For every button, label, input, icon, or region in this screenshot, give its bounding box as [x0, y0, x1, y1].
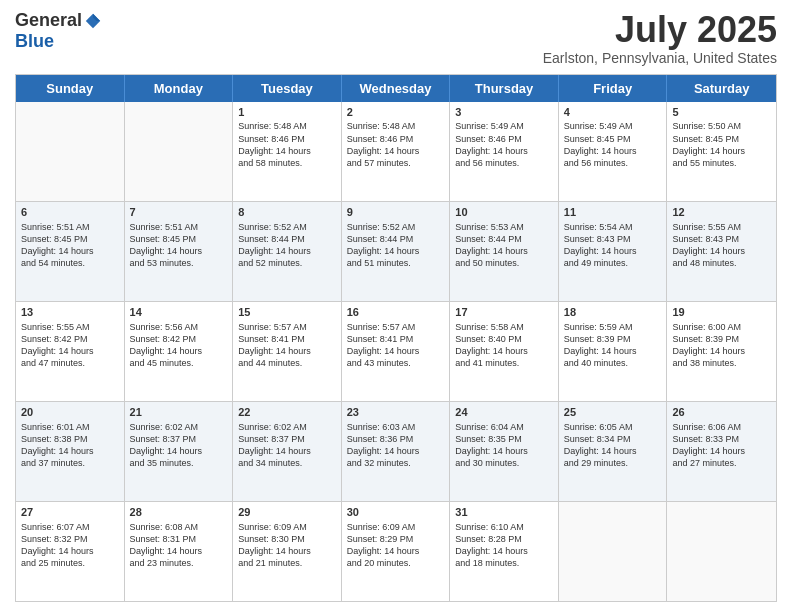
day-detail: Sunrise: 6:10 AM Sunset: 8:28 PM Dayligh…	[455, 521, 553, 570]
day-detail: Sunrise: 6:08 AM Sunset: 8:31 PM Dayligh…	[130, 521, 228, 570]
empty-cell	[125, 102, 234, 201]
day-number: 25	[564, 405, 662, 420]
weekday-header-wednesday: Wednesday	[342, 75, 451, 102]
day-detail: Sunrise: 5:53 AM Sunset: 8:44 PM Dayligh…	[455, 221, 553, 270]
day-cell-2: 2Sunrise: 5:48 AM Sunset: 8:46 PM Daylig…	[342, 102, 451, 201]
day-cell-24: 24Sunrise: 6:04 AM Sunset: 8:35 PM Dayli…	[450, 402, 559, 501]
day-detail: Sunrise: 6:01 AM Sunset: 8:38 PM Dayligh…	[21, 421, 119, 470]
calendar-row-4: 20Sunrise: 6:01 AM Sunset: 8:38 PM Dayli…	[16, 402, 776, 502]
day-number: 26	[672, 405, 771, 420]
calendar-row-2: 6Sunrise: 5:51 AM Sunset: 8:45 PM Daylig…	[16, 202, 776, 302]
weekday-header-sunday: Sunday	[16, 75, 125, 102]
day-detail: Sunrise: 6:02 AM Sunset: 8:37 PM Dayligh…	[130, 421, 228, 470]
day-number: 28	[130, 505, 228, 520]
day-detail: Sunrise: 6:09 AM Sunset: 8:29 PM Dayligh…	[347, 521, 445, 570]
day-cell-20: 20Sunrise: 6:01 AM Sunset: 8:38 PM Dayli…	[16, 402, 125, 501]
calendar: SundayMondayTuesdayWednesdayThursdayFrid…	[15, 74, 777, 602]
day-number: 23	[347, 405, 445, 420]
month-title: July 2025	[543, 10, 777, 50]
day-number: 31	[455, 505, 553, 520]
day-cell-19: 19Sunrise: 6:00 AM Sunset: 8:39 PM Dayli…	[667, 302, 776, 401]
header: General Blue July 2025 Earlston, Pennsyl…	[15, 10, 777, 66]
day-detail: Sunrise: 5:51 AM Sunset: 8:45 PM Dayligh…	[130, 221, 228, 270]
calendar-row-1: 1Sunrise: 5:48 AM Sunset: 8:46 PM Daylig…	[16, 102, 776, 202]
day-number: 21	[130, 405, 228, 420]
day-cell-6: 6Sunrise: 5:51 AM Sunset: 8:45 PM Daylig…	[16, 202, 125, 301]
day-number: 4	[564, 105, 662, 120]
weekday-header-tuesday: Tuesday	[233, 75, 342, 102]
day-number: 16	[347, 305, 445, 320]
calendar-header: SundayMondayTuesdayWednesdayThursdayFrid…	[16, 75, 776, 102]
calendar-row-3: 13Sunrise: 5:55 AM Sunset: 8:42 PM Dayli…	[16, 302, 776, 402]
day-detail: Sunrise: 5:50 AM Sunset: 8:45 PM Dayligh…	[672, 120, 771, 169]
day-detail: Sunrise: 6:06 AM Sunset: 8:33 PM Dayligh…	[672, 421, 771, 470]
day-cell-1: 1Sunrise: 5:48 AM Sunset: 8:46 PM Daylig…	[233, 102, 342, 201]
day-number: 29	[238, 505, 336, 520]
logo-icon	[84, 12, 102, 30]
location-text: Earlston, Pennsylvania, United States	[543, 50, 777, 66]
weekday-header-thursday: Thursday	[450, 75, 559, 102]
day-cell-12: 12Sunrise: 5:55 AM Sunset: 8:43 PM Dayli…	[667, 202, 776, 301]
day-cell-4: 4Sunrise: 5:49 AM Sunset: 8:45 PM Daylig…	[559, 102, 668, 201]
day-cell-16: 16Sunrise: 5:57 AM Sunset: 8:41 PM Dayli…	[342, 302, 451, 401]
calendar-body: 1Sunrise: 5:48 AM Sunset: 8:46 PM Daylig…	[16, 102, 776, 601]
day-detail: Sunrise: 6:04 AM Sunset: 8:35 PM Dayligh…	[455, 421, 553, 470]
day-cell-11: 11Sunrise: 5:54 AM Sunset: 8:43 PM Dayli…	[559, 202, 668, 301]
empty-cell	[16, 102, 125, 201]
day-cell-13: 13Sunrise: 5:55 AM Sunset: 8:42 PM Dayli…	[16, 302, 125, 401]
day-cell-30: 30Sunrise: 6:09 AM Sunset: 8:29 PM Dayli…	[342, 502, 451, 601]
day-detail: Sunrise: 6:07 AM Sunset: 8:32 PM Dayligh…	[21, 521, 119, 570]
day-cell-18: 18Sunrise: 5:59 AM Sunset: 8:39 PM Dayli…	[559, 302, 668, 401]
day-cell-29: 29Sunrise: 6:09 AM Sunset: 8:30 PM Dayli…	[233, 502, 342, 601]
day-number: 18	[564, 305, 662, 320]
day-cell-28: 28Sunrise: 6:08 AM Sunset: 8:31 PM Dayli…	[125, 502, 234, 601]
day-detail: Sunrise: 5:57 AM Sunset: 8:41 PM Dayligh…	[347, 321, 445, 370]
logo: General Blue	[15, 10, 102, 52]
calendar-row-5: 27Sunrise: 6:07 AM Sunset: 8:32 PM Dayli…	[16, 502, 776, 601]
day-cell-26: 26Sunrise: 6:06 AM Sunset: 8:33 PM Dayli…	[667, 402, 776, 501]
day-detail: Sunrise: 5:49 AM Sunset: 8:46 PM Dayligh…	[455, 120, 553, 169]
day-detail: Sunrise: 5:59 AM Sunset: 8:39 PM Dayligh…	[564, 321, 662, 370]
day-number: 6	[21, 205, 119, 220]
day-cell-31: 31Sunrise: 6:10 AM Sunset: 8:28 PM Dayli…	[450, 502, 559, 601]
empty-cell	[559, 502, 668, 601]
day-detail: Sunrise: 5:55 AM Sunset: 8:43 PM Dayligh…	[672, 221, 771, 270]
day-detail: Sunrise: 5:52 AM Sunset: 8:44 PM Dayligh…	[238, 221, 336, 270]
day-cell-5: 5Sunrise: 5:50 AM Sunset: 8:45 PM Daylig…	[667, 102, 776, 201]
day-number: 17	[455, 305, 553, 320]
day-number: 5	[672, 105, 771, 120]
day-detail: Sunrise: 5:57 AM Sunset: 8:41 PM Dayligh…	[238, 321, 336, 370]
day-detail: Sunrise: 6:09 AM Sunset: 8:30 PM Dayligh…	[238, 521, 336, 570]
day-number: 19	[672, 305, 771, 320]
day-detail: Sunrise: 6:02 AM Sunset: 8:37 PM Dayligh…	[238, 421, 336, 470]
title-area: July 2025 Earlston, Pennsylvania, United…	[543, 10, 777, 66]
day-detail: Sunrise: 5:52 AM Sunset: 8:44 PM Dayligh…	[347, 221, 445, 270]
day-detail: Sunrise: 6:00 AM Sunset: 8:39 PM Dayligh…	[672, 321, 771, 370]
day-cell-22: 22Sunrise: 6:02 AM Sunset: 8:37 PM Dayli…	[233, 402, 342, 501]
day-number: 7	[130, 205, 228, 220]
calendar-page: General Blue July 2025 Earlston, Pennsyl…	[0, 0, 792, 612]
day-number: 20	[21, 405, 119, 420]
day-cell-15: 15Sunrise: 5:57 AM Sunset: 8:41 PM Dayli…	[233, 302, 342, 401]
day-number: 11	[564, 205, 662, 220]
day-number: 22	[238, 405, 336, 420]
day-cell-3: 3Sunrise: 5:49 AM Sunset: 8:46 PM Daylig…	[450, 102, 559, 201]
day-number: 3	[455, 105, 553, 120]
weekday-header-saturday: Saturday	[667, 75, 776, 102]
day-cell-14: 14Sunrise: 5:56 AM Sunset: 8:42 PM Dayli…	[125, 302, 234, 401]
day-detail: Sunrise: 5:49 AM Sunset: 8:45 PM Dayligh…	[564, 120, 662, 169]
day-cell-17: 17Sunrise: 5:58 AM Sunset: 8:40 PM Dayli…	[450, 302, 559, 401]
day-cell-8: 8Sunrise: 5:52 AM Sunset: 8:44 PM Daylig…	[233, 202, 342, 301]
day-number: 12	[672, 205, 771, 220]
day-cell-25: 25Sunrise: 6:05 AM Sunset: 8:34 PM Dayli…	[559, 402, 668, 501]
logo-general-text: General	[15, 10, 82, 31]
day-number: 30	[347, 505, 445, 520]
day-cell-27: 27Sunrise: 6:07 AM Sunset: 8:32 PM Dayli…	[16, 502, 125, 601]
day-number: 10	[455, 205, 553, 220]
logo-blue-text: Blue	[15, 31, 54, 51]
day-cell-7: 7Sunrise: 5:51 AM Sunset: 8:45 PM Daylig…	[125, 202, 234, 301]
day-number: 9	[347, 205, 445, 220]
day-cell-9: 9Sunrise: 5:52 AM Sunset: 8:44 PM Daylig…	[342, 202, 451, 301]
day-detail: Sunrise: 5:48 AM Sunset: 8:46 PM Dayligh…	[238, 120, 336, 169]
day-number: 2	[347, 105, 445, 120]
